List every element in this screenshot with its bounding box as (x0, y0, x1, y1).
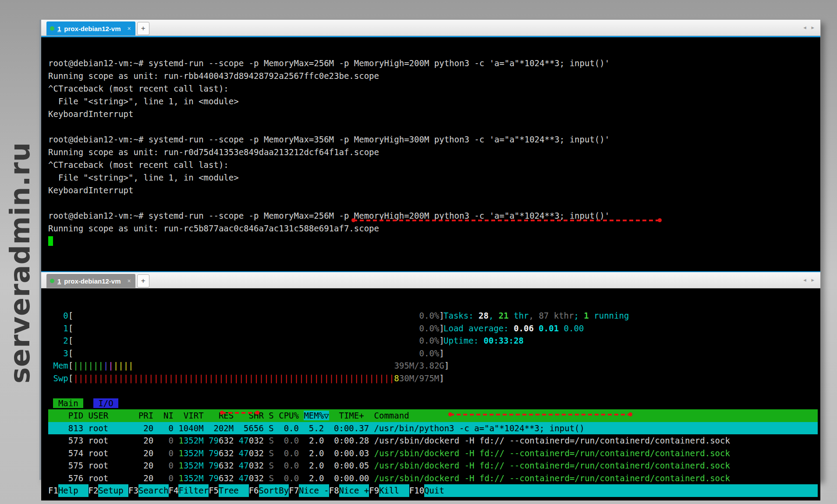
terminal-line: root@debian12-vm:~# systemd-run --scope … (48, 133, 818, 146)
annotation-underline-python-cmd (450, 414, 631, 415)
terminal-line: root@debian12-vm:~# systemd-run --scope … (48, 57, 818, 70)
terminal-window: 1 prox-debian12-vm × + ◂ ▸ root@debian12… (39, 20, 821, 480)
htop-line: 0[ 0.0%]Tasks: 28, 21 thr, 87 kthr; 1 ru… (48, 309, 818, 322)
annotation-underline-memoryhigh (353, 220, 660, 221)
terminal-line (48, 121, 818, 133)
terminal-line: Running scope as unit: run-rbb4400437d89… (48, 70, 818, 82)
terminal-line: ^CTraceback (most recent call last): (48, 82, 818, 95)
tab-session-bottom[interactable]: 1 prox-debian12-vm × (46, 274, 135, 288)
terminal-line (48, 235, 818, 248)
tab-scroll-arrows-icon[interactable]: ◂ ▸ (803, 277, 816, 283)
fbar-filler (454, 484, 818, 497)
htop-line: Main I/O (48, 397, 818, 410)
annotation-endpoint-icon (658, 218, 662, 222)
terminal-line: Running scope as unit: run-rc5b877aac0c8… (48, 222, 818, 235)
tab-number: 1 (57, 25, 61, 32)
tab-title: prox-debian12-vm (64, 25, 121, 32)
terminal-line (48, 197, 818, 209)
htop-line: 575 root 20 0 1352M 79632 47032 S 0.0 2.… (48, 459, 818, 472)
session-status-icon (50, 26, 54, 31)
annotation-underline-res-202m (222, 412, 258, 414)
htop-summary-right-column: Uptime: 00:33:28 (443, 334, 524, 347)
htop-line: 576 root 20 0 1352M 79632 47032 S 0.0 2.… (48, 472, 818, 485)
annotation-endpoint-icon (448, 412, 452, 416)
terminal-line: Running scope as unit: run-r0d75d41353e8… (48, 146, 818, 159)
terminal-line: ^CTraceback (most recent call last): (48, 159, 818, 171)
annotation-endpoint-icon (220, 411, 224, 415)
htop-line: F1Help F2Setup F3SearchF4FilterF5Tree F6… (48, 484, 818, 497)
htop-line: 813 root 20 0 1040M 202M 5656 S 0.0 5.2 … (48, 422, 818, 435)
annotation-endpoint-icon (628, 412, 632, 416)
terminal-pane-htop[interactable]: 0[ 0.0%]Tasks: 28, 21 thr, 87 kthr; 1 ru… (41, 288, 820, 500)
tab-session-top[interactable]: 1 prox-debian12-vm × (46, 21, 135, 35)
htop-line: Mem[|||||||||||| 395M/3.82G] (48, 359, 818, 372)
htop-line: 3[ 0.0%] (48, 347, 818, 360)
session-status-icon (50, 279, 54, 283)
htop-line: PID USER PRI NI VIRT RES SHR S CPU% MEM%… (48, 409, 818, 422)
tab-bar-top: 1 prox-debian12-vm × + ◂ ▸ (41, 20, 820, 36)
tab-scroll-arrows-icon[interactable]: ◂ ▸ (803, 24, 816, 31)
htop-line: 573 root 20 0 1352M 79632 47032 S 0.0 2.… (48, 434, 818, 447)
htop-line (48, 384, 818, 397)
tab-bar-bottom: 1 prox-debian12-vm × + ◂ ▸ (41, 272, 820, 288)
terminal-line: KeyboardInterrupt (48, 184, 818, 197)
new-tab-button[interactable]: + (137, 274, 149, 287)
new-tab-button[interactable]: + (137, 22, 149, 35)
htop-line: 1[ 0.0%]Load average: 0.06 0.01 0.00 (48, 322, 818, 335)
annotation-endpoint-icon (255, 411, 259, 415)
close-tab-icon[interactable]: × (128, 25, 131, 32)
annotation-endpoint-icon (351, 218, 355, 222)
htop-summary-right-column: Tasks: 28, 21 thr, 87 kthr; 1 running (443, 309, 629, 322)
close-tab-icon[interactable]: × (128, 277, 131, 284)
terminal-line: File "<string>", line 1, in <module> (48, 95, 818, 108)
watermark-text: serveradmin.ru (4, 131, 36, 394)
htop-line: 2[ 0.0%]Uptime: 00:33:28 (48, 334, 818, 347)
terminal-line: KeyboardInterrupt (48, 108, 818, 121)
tab-title: prox-debian12-vm (64, 277, 121, 285)
htop-line: Swp[||||||||||||||||||||||||||||||||||||… (48, 372, 818, 385)
htop-line: 574 root 20 0 1352M 79632 47032 S 0.0 2.… (48, 447, 818, 460)
tab-number: 1 (57, 277, 61, 285)
terminal-pane-shell[interactable]: root@debian12-vm:~# systemd-run --scope … (41, 37, 820, 271)
terminal-line: File "<string>", line 1, in <module> (48, 171, 818, 184)
htop-summary-right-column: Load average: 0.06 0.01 0.00 (443, 322, 584, 335)
